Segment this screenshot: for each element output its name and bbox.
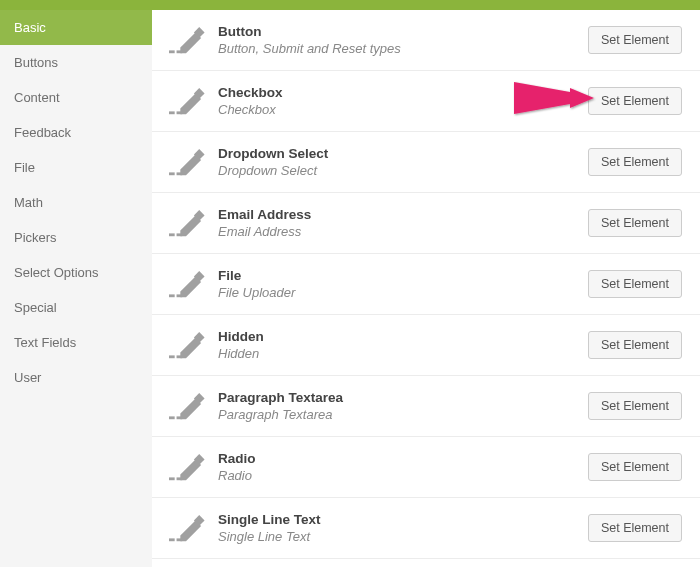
sidebar-item-label: Text Fields xyxy=(14,335,76,350)
set-element-button[interactable]: Set Element xyxy=(588,270,682,298)
pencil-icon xyxy=(162,145,210,179)
element-desc: Checkbox xyxy=(218,102,588,117)
sidebar-item-basic[interactable]: Basic xyxy=(0,10,152,45)
pencil-icon xyxy=(162,267,210,301)
svg-rect-0 xyxy=(169,50,175,53)
element-list: Button Button, Submit and Reset types Se… xyxy=(152,10,700,567)
pencil-icon xyxy=(162,206,210,240)
sidebar-item-text-fields[interactable]: Text Fields xyxy=(0,325,152,360)
sidebar-item-label: Content xyxy=(14,90,60,105)
element-desc: Button, Submit and Reset types xyxy=(218,41,588,56)
sidebar-item-label: Basic xyxy=(14,20,46,35)
set-element-button[interactable]: Set Element xyxy=(588,26,682,54)
sidebar-item-user[interactable]: User xyxy=(0,360,152,395)
sidebar-item-label: File xyxy=(14,160,35,175)
element-row-single-line-text: Single Line Text Single Line Text Set El… xyxy=(152,498,700,559)
element-row-hidden: Hidden Hidden Set Element xyxy=(152,315,700,376)
svg-rect-21 xyxy=(169,477,175,480)
element-desc: Single Line Text xyxy=(218,529,588,544)
sidebar-item-pickers[interactable]: Pickers xyxy=(0,220,152,255)
layout: Basic Buttons Content Feedback File Math… xyxy=(0,10,700,567)
sidebar-item-feedback[interactable]: Feedback xyxy=(0,115,152,150)
element-title: Paragraph Textarea xyxy=(218,390,588,405)
svg-rect-6 xyxy=(169,172,175,175)
element-desc: Email Address xyxy=(218,224,588,239)
pencil-icon xyxy=(162,23,210,57)
svg-rect-18 xyxy=(169,416,175,419)
sidebar-item-math[interactable]: Math xyxy=(0,185,152,220)
sidebar-item-buttons[interactable]: Buttons xyxy=(0,45,152,80)
top-accent-bar xyxy=(0,0,700,10)
set-element-button[interactable]: Set Element xyxy=(588,209,682,237)
element-row-button: Button Button, Submit and Reset types Se… xyxy=(152,10,700,71)
set-element-button[interactable]: Set Element xyxy=(588,453,682,481)
element-title: Single Line Text xyxy=(218,512,588,527)
element-row-checkbox: Checkbox Checkbox Set Element xyxy=(152,71,700,132)
set-element-button[interactable]: Set Element xyxy=(588,392,682,420)
element-title: Radio xyxy=(218,451,588,466)
sidebar-item-label: Math xyxy=(14,195,43,210)
pencil-icon xyxy=(162,389,210,423)
sidebar-item-content[interactable]: Content xyxy=(0,80,152,115)
sidebar-item-label: User xyxy=(14,370,41,385)
svg-rect-24 xyxy=(169,538,175,541)
element-row-file: File File Uploader Set Element xyxy=(152,254,700,315)
pencil-icon xyxy=(162,328,210,362)
set-element-button[interactable]: Set Element xyxy=(588,87,682,115)
element-title: Email Address xyxy=(218,207,588,222)
sidebar-item-label: Feedback xyxy=(14,125,71,140)
pencil-icon xyxy=(162,450,210,484)
sidebar-item-label: Select Options xyxy=(14,265,99,280)
element-title: Dropdown Select xyxy=(218,146,588,161)
element-title: Checkbox xyxy=(218,85,588,100)
svg-rect-3 xyxy=(169,111,175,114)
pencil-icon xyxy=(162,84,210,118)
set-element-button[interactable]: Set Element xyxy=(588,331,682,359)
element-title: Hidden xyxy=(218,329,588,344)
element-row-paragraph-textarea: Paragraph Textarea Paragraph Textarea Se… xyxy=(152,376,700,437)
element-desc: File Uploader xyxy=(218,285,588,300)
element-desc: Paragraph Textarea xyxy=(218,407,588,422)
svg-rect-9 xyxy=(169,233,175,236)
element-desc: Radio xyxy=(218,468,588,483)
element-desc: Hidden xyxy=(218,346,588,361)
svg-rect-12 xyxy=(169,294,175,297)
set-element-button[interactable]: Set Element xyxy=(588,148,682,176)
element-desc: Dropdown Select xyxy=(218,163,588,178)
element-row-email-address: Email Address Email Address Set Element xyxy=(152,193,700,254)
sidebar-item-select-options[interactable]: Select Options xyxy=(0,255,152,290)
element-row-radio: Radio Radio Set Element xyxy=(152,437,700,498)
sidebar-item-label: Pickers xyxy=(14,230,57,245)
element-row-dropdown-select: Dropdown Select Dropdown Select Set Elem… xyxy=(152,132,700,193)
sidebar-item-label: Buttons xyxy=(14,55,58,70)
sidebar-item-label: Special xyxy=(14,300,57,315)
element-title: Button xyxy=(218,24,588,39)
sidebar-item-file[interactable]: File xyxy=(0,150,152,185)
set-element-button[interactable]: Set Element xyxy=(588,514,682,542)
svg-rect-15 xyxy=(169,355,175,358)
pencil-icon xyxy=(162,511,210,545)
sidebar-item-special[interactable]: Special xyxy=(0,290,152,325)
sidebar: Basic Buttons Content Feedback File Math… xyxy=(0,10,152,567)
element-title: File xyxy=(218,268,588,283)
